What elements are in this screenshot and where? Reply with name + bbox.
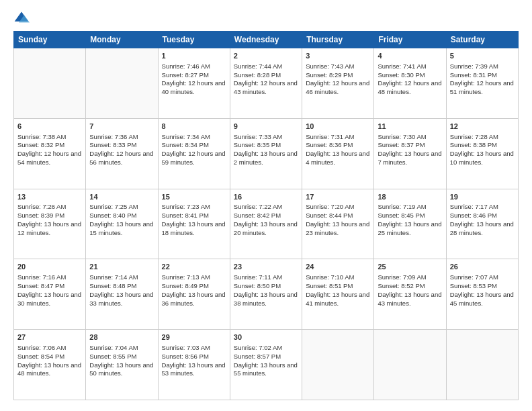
calendar-header-sunday: Sunday [14, 32, 86, 48]
day-number: 16 [234, 192, 298, 202]
day-info: Sunrise: 7:44 AM Sunset: 8:28 PM Dayligh… [234, 62, 298, 97]
calendar-cell: 22Sunrise: 7:13 AM Sunset: 8:49 PM Dayli… [158, 259, 230, 330]
calendar-cell: 6Sunrise: 7:38 AM Sunset: 8:32 PM Daylig… [14, 118, 86, 189]
day-number: 30 [234, 332, 298, 342]
day-info: Sunrise: 7:43 AM Sunset: 8:29 PM Dayligh… [306, 62, 370, 97]
calendar: SundayMondayTuesdayWednesdayThursdayFrid… [13, 31, 519, 400]
calendar-cell: 23Sunrise: 7:11 AM Sunset: 8:50 PM Dayli… [230, 259, 302, 330]
day-info: Sunrise: 7:34 AM Sunset: 8:34 PM Dayligh… [162, 133, 226, 167]
day-number: 15 [162, 192, 226, 202]
day-number: 9 [234, 122, 298, 132]
calendar-cell: 7Sunrise: 7:36 AM Sunset: 8:33 PM Daylig… [86, 118, 158, 189]
calendar-cell: 5Sunrise: 7:39 AM Sunset: 8:31 PM Daylig… [446, 48, 518, 119]
calendar-cell [302, 330, 374, 400]
day-number: 22 [162, 262, 226, 272]
calendar-cell: 3Sunrise: 7:43 AM Sunset: 8:29 PM Daylig… [302, 48, 374, 119]
day-number: 8 [162, 122, 226, 132]
day-number: 17 [306, 192, 370, 202]
day-info: Sunrise: 7:11 AM Sunset: 8:50 PM Dayligh… [234, 273, 298, 308]
day-info: Sunrise: 7:22 AM Sunset: 8:42 PM Dayligh… [234, 203, 298, 237]
page: SundayMondayTuesdayWednesdayThursdayFrid… [0, 0, 532, 411]
header [13, 11, 519, 24]
calendar-cell: 29Sunrise: 7:03 AM Sunset: 8:56 PM Dayli… [158, 330, 230, 400]
day-number: 10 [306, 122, 370, 132]
day-number: 5 [450, 51, 515, 61]
day-info: Sunrise: 7:25 AM Sunset: 8:40 PM Dayligh… [89, 203, 154, 237]
day-info: Sunrise: 7:02 AM Sunset: 8:57 PM Dayligh… [234, 344, 298, 378]
calendar-week-0: 1Sunrise: 7:46 AM Sunset: 8:27 PM Daylig… [14, 48, 519, 119]
day-info: Sunrise: 7:10 AM Sunset: 8:51 PM Dayligh… [306, 273, 370, 308]
day-info: Sunrise: 7:17 AM Sunset: 8:46 PM Dayligh… [450, 203, 515, 237]
calendar-cell: 15Sunrise: 7:23 AM Sunset: 8:41 PM Dayli… [158, 189, 230, 259]
calendar-cell: 17Sunrise: 7:20 AM Sunset: 8:44 PM Dayli… [302, 189, 374, 259]
calendar-cell: 13Sunrise: 7:26 AM Sunset: 8:39 PM Dayli… [14, 189, 86, 259]
calendar-header-tuesday: Tuesday [158, 32, 230, 48]
calendar-header-saturday: Saturday [446, 32, 518, 48]
day-number: 3 [306, 51, 370, 61]
calendar-header-row: SundayMondayTuesdayWednesdayThursdayFrid… [14, 32, 519, 48]
day-info: Sunrise: 7:20 AM Sunset: 8:44 PM Dayligh… [306, 203, 370, 237]
calendar-header-thursday: Thursday [302, 32, 374, 48]
day-info: Sunrise: 7:03 AM Sunset: 8:56 PM Dayligh… [162, 344, 226, 378]
calendar-cell: 11Sunrise: 7:30 AM Sunset: 8:37 PM Dayli… [374, 118, 446, 189]
day-number: 7 [89, 122, 154, 132]
calendar-header-monday: Monday [86, 32, 158, 48]
calendar-cell [446, 330, 518, 400]
day-info: Sunrise: 7:38 AM Sunset: 8:32 PM Dayligh… [17, 133, 82, 167]
day-info: Sunrise: 7:30 AM Sunset: 8:37 PM Dayligh… [378, 133, 442, 167]
calendar-cell [86, 48, 158, 119]
day-number: 26 [450, 262, 515, 272]
day-info: Sunrise: 7:06 AM Sunset: 8:54 PM Dayligh… [17, 344, 82, 378]
calendar-cell: 2Sunrise: 7:44 AM Sunset: 8:28 PM Daylig… [230, 48, 302, 119]
day-info: Sunrise: 7:41 AM Sunset: 8:30 PM Dayligh… [378, 62, 442, 97]
day-info: Sunrise: 7:39 AM Sunset: 8:31 PM Dayligh… [450, 62, 515, 97]
day-info: Sunrise: 7:09 AM Sunset: 8:52 PM Dayligh… [378, 273, 442, 308]
calendar-week-2: 13Sunrise: 7:26 AM Sunset: 8:39 PM Dayli… [14, 189, 519, 259]
day-number: 6 [17, 122, 82, 132]
day-info: Sunrise: 7:33 AM Sunset: 8:35 PM Dayligh… [234, 133, 298, 167]
calendar-cell: 26Sunrise: 7:07 AM Sunset: 8:53 PM Dayli… [446, 259, 518, 330]
day-info: Sunrise: 7:14 AM Sunset: 8:48 PM Dayligh… [89, 273, 154, 308]
day-number: 29 [162, 332, 226, 342]
calendar-week-4: 27Sunrise: 7:06 AM Sunset: 8:54 PM Dayli… [14, 330, 519, 400]
day-info: Sunrise: 7:28 AM Sunset: 8:38 PM Dayligh… [450, 133, 515, 167]
calendar-cell [14, 48, 86, 119]
day-number: 27 [17, 332, 82, 342]
calendar-cell: 20Sunrise: 7:16 AM Sunset: 8:47 PM Dayli… [14, 259, 86, 330]
calendar-header-wednesday: Wednesday [230, 32, 302, 48]
day-info: Sunrise: 7:07 AM Sunset: 8:53 PM Dayligh… [450, 273, 515, 308]
calendar-cell: 9Sunrise: 7:33 AM Sunset: 8:35 PM Daylig… [230, 118, 302, 189]
day-number: 21 [89, 262, 154, 272]
calendar-cell: 4Sunrise: 7:41 AM Sunset: 8:30 PM Daylig… [374, 48, 446, 119]
day-info: Sunrise: 7:26 AM Sunset: 8:39 PM Dayligh… [17, 203, 82, 237]
day-number: 13 [17, 192, 82, 202]
day-number: 1 [162, 51, 226, 61]
day-number: 2 [234, 51, 298, 61]
day-number: 4 [378, 51, 442, 61]
day-info: Sunrise: 7:16 AM Sunset: 8:47 PM Dayligh… [17, 273, 82, 308]
day-info: Sunrise: 7:31 AM Sunset: 8:36 PM Dayligh… [306, 133, 370, 167]
day-info: Sunrise: 7:19 AM Sunset: 8:45 PM Dayligh… [378, 203, 442, 237]
calendar-cell: 12Sunrise: 7:28 AM Sunset: 8:38 PM Dayli… [446, 118, 518, 189]
day-number: 24 [306, 262, 370, 272]
day-number: 14 [89, 192, 154, 202]
calendar-cell: 19Sunrise: 7:17 AM Sunset: 8:46 PM Dayli… [446, 189, 518, 259]
day-info: Sunrise: 7:46 AM Sunset: 8:27 PM Dayligh… [162, 62, 226, 97]
calendar-cell: 8Sunrise: 7:34 AM Sunset: 8:34 PM Daylig… [158, 118, 230, 189]
calendar-cell: 10Sunrise: 7:31 AM Sunset: 8:36 PM Dayli… [302, 118, 374, 189]
day-info: Sunrise: 7:04 AM Sunset: 8:55 PM Dayligh… [89, 344, 154, 378]
calendar-cell: 21Sunrise: 7:14 AM Sunset: 8:48 PM Dayli… [86, 259, 158, 330]
calendar-week-1: 6Sunrise: 7:38 AM Sunset: 8:32 PM Daylig… [14, 118, 519, 189]
day-info: Sunrise: 7:36 AM Sunset: 8:33 PM Dayligh… [89, 133, 154, 167]
day-number: 25 [378, 262, 442, 272]
calendar-week-3: 20Sunrise: 7:16 AM Sunset: 8:47 PM Dayli… [14, 259, 519, 330]
day-number: 20 [17, 262, 82, 272]
day-number: 28 [89, 332, 154, 342]
day-number: 11 [378, 122, 442, 132]
calendar-cell: 1Sunrise: 7:46 AM Sunset: 8:27 PM Daylig… [158, 48, 230, 119]
calendar-cell: 24Sunrise: 7:10 AM Sunset: 8:51 PM Dayli… [302, 259, 374, 330]
calendar-cell: 14Sunrise: 7:25 AM Sunset: 8:40 PM Dayli… [86, 189, 158, 259]
day-number: 19 [450, 192, 515, 202]
day-number: 18 [378, 192, 442, 202]
day-info: Sunrise: 7:23 AM Sunset: 8:41 PM Dayligh… [162, 203, 226, 237]
